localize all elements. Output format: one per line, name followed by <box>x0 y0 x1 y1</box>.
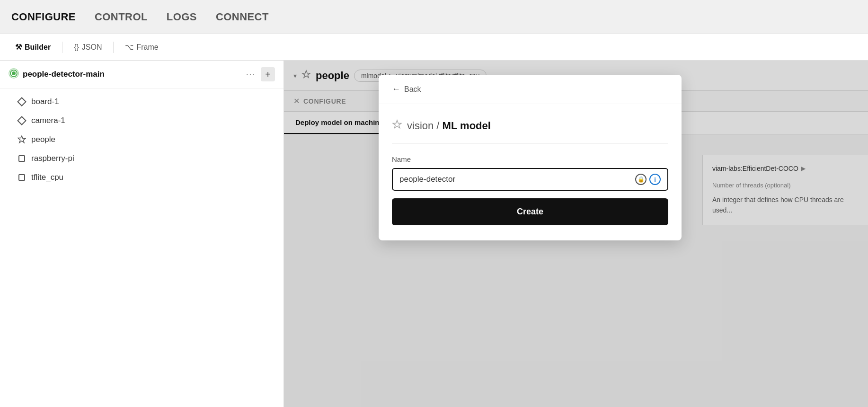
name-input-row: 🔒 i <box>392 168 668 191</box>
subnav-json[interactable]: {} JSON <box>68 40 107 54</box>
name-input[interactable] <box>399 175 635 184</box>
sidebar-item-raspberrypi[interactable]: raspberry-pi <box>0 149 283 168</box>
lock-icon: 🔒 <box>635 174 647 185</box>
create-component-modal: ← Back vision / ML model <box>379 75 682 240</box>
sidebar-item-label: people <box>31 135 55 144</box>
svg-point-0 <box>12 71 16 75</box>
top-nav: CONFIGURE CONTROL LOGS CONNECT <box>0 0 868 34</box>
sidebar-header: people-detector-main ⋯ + <box>0 61 283 88</box>
add-component-button[interactable]: + <box>261 67 275 81</box>
square-icon <box>17 173 27 182</box>
modal-overlay: ← Back vision / ML model <box>284 61 868 407</box>
subnav-divider-2 <box>113 42 114 53</box>
input-icons: 🔒 i <box>635 174 661 185</box>
diamond-icon <box>17 116 27 125</box>
modal-back-button[interactable]: ← Back <box>379 75 682 104</box>
diamond-icon <box>17 97 27 106</box>
sidebar-list: board-1 camera-1 people raspberry-pi <box>0 88 283 191</box>
sidebar-item-label: camera-1 <box>31 116 65 125</box>
sidebar: people-detector-main ⋯ + board-1 camera-… <box>0 61 284 407</box>
sidebar-item-label: tflite_cpu <box>31 173 63 182</box>
right-content: ▾ people mlmodel ▶ viam:mlmodel-tflite:t… <box>284 61 868 407</box>
nav-control[interactable]: CONTROL <box>95 9 148 25</box>
star-icon <box>17 135 27 144</box>
info-icon[interactable]: i <box>649 174 661 185</box>
nav-connect[interactable]: CONNECT <box>216 9 269 25</box>
nav-logs[interactable]: LOGS <box>167 9 197 25</box>
subnav-divider-1 <box>62 42 62 53</box>
sidebar-item-board1[interactable]: board-1 <box>0 92 283 111</box>
back-label: Back <box>404 85 421 94</box>
signal-icon <box>9 68 19 81</box>
dots-button[interactable]: ⋯ <box>246 70 255 79</box>
modal-body: vision / ML model Name 🔒 i Create <box>379 104 682 240</box>
builder-label: Builder <box>25 43 51 52</box>
json-label: JSON <box>82 43 102 52</box>
frame-label: Frame <box>136 43 158 52</box>
frame-icon: ⌥ <box>125 43 133 52</box>
title-bold: ML model <box>443 120 491 132</box>
modal-divider <box>392 143 668 144</box>
sidebar-item-label: board-1 <box>31 97 59 106</box>
back-arrow-icon: ← <box>392 84 400 94</box>
builder-icon: ⚒ <box>15 43 22 52</box>
nav-configure[interactable]: CONFIGURE <box>11 9 76 25</box>
name-field-label: Name <box>392 155 668 163</box>
subnav-frame[interactable]: ⌥ Frame <box>119 40 164 54</box>
sidebar-machine-title: people-detector-main <box>9 68 105 81</box>
vision-star-icon <box>392 119 402 132</box>
modal-title: vision / ML model <box>392 119 668 132</box>
main-layout: people-detector-main ⋯ + board-1 camera-… <box>0 61 868 407</box>
sidebar-actions: ⋯ + <box>246 67 275 81</box>
subnav-builder[interactable]: ⚒ Builder <box>9 40 56 54</box>
sidebar-item-label: raspberry-pi <box>31 154 74 163</box>
sidebar-item-tflite[interactable]: tflite_cpu <box>0 168 283 187</box>
square-icon <box>17 154 27 163</box>
sidebar-item-camera1[interactable]: camera-1 <box>0 111 283 130</box>
sidebar-item-people[interactable]: people <box>0 130 283 149</box>
json-icon: {} <box>74 43 79 52</box>
sub-nav: ⚒ Builder {} JSON ⌥ Frame <box>0 34 868 61</box>
title-prefix: vision / <box>407 120 439 132</box>
machine-name: people-detector-main <box>23 70 105 79</box>
modal-title-text: vision / ML model <box>407 120 491 132</box>
create-button[interactable]: Create <box>392 198 668 225</box>
